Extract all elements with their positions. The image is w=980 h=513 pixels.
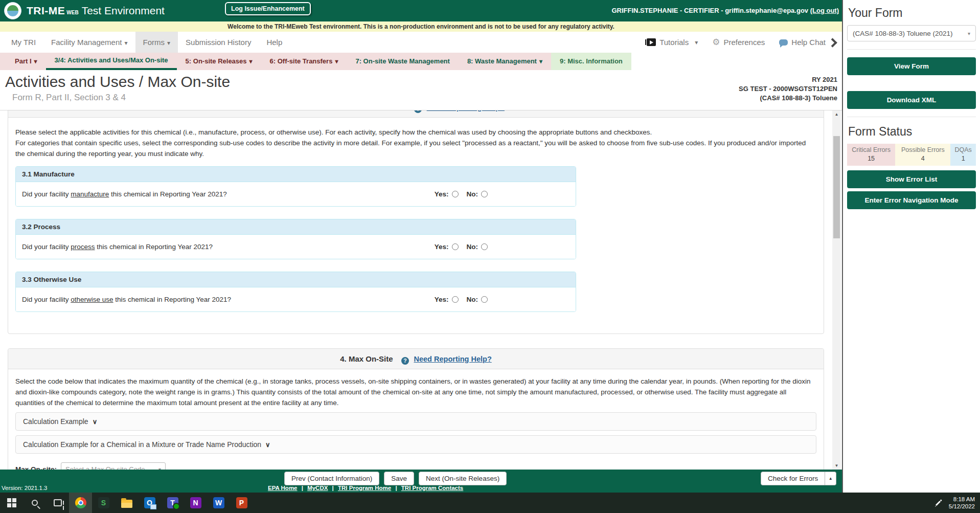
possible-errors-status: Possible Errors 4 bbox=[895, 144, 950, 166]
search-icon bbox=[32, 500, 38, 506]
tab-onsite-waste-management[interactable]: 7: On-site Waste Management bbox=[347, 53, 458, 70]
check-for-errors-split-button: Check for Errors ▲ bbox=[761, 472, 836, 485]
section-3-help-link[interactable]: Need Reporting Help? bbox=[427, 110, 505, 111]
onenote-taskbar-button[interactable]: N bbox=[184, 493, 207, 513]
nav-forms[interactable]: Forms bbox=[135, 32, 178, 53]
error-navigation-mode-button[interactable]: Enter Error Navigation Mode bbox=[847, 191, 976, 209]
manufacture-no-label: No: bbox=[467, 190, 478, 198]
epa-home-link[interactable]: EPA Home bbox=[268, 485, 298, 491]
preferences-label: Preferences bbox=[723, 38, 765, 47]
preferences-menu[interactable]: ⚙ Preferences bbox=[712, 38, 765, 47]
help-chat-menu[interactable]: Help Chat bbox=[779, 38, 826, 47]
next-button[interactable]: Next (On-site Releases) bbox=[419, 472, 507, 485]
form-scroll-region: 3. Activities and Uses ? Need Reporting … bbox=[0, 110, 842, 470]
form-status-title: Form Status bbox=[848, 125, 976, 139]
nav-facility-management[interactable]: Facility Management bbox=[43, 32, 135, 53]
mycdx-link[interactable]: MyCDX bbox=[307, 485, 328, 491]
section-3-instructions-2: For categories that contain specific use… bbox=[15, 138, 816, 159]
tab-part-1[interactable]: Part I bbox=[6, 53, 46, 70]
page-title: Activities and Uses / Max On-site bbox=[5, 73, 230, 91]
word-taskbar-button[interactable]: W bbox=[207, 493, 230, 513]
word-icon: W bbox=[213, 497, 224, 508]
tab-activities-uses-max-onsite[interactable]: 3/4: Activities and Uses/Max On-site bbox=[46, 53, 177, 70]
form-selector-dropdown[interactable]: (CAS# 108-88-3) Toluene (2021) ▾ bbox=[847, 25, 976, 41]
log-issue-button[interactable]: Log Issue/Enhancement bbox=[225, 2, 311, 15]
show-error-list-button[interactable]: Show Error List bbox=[847, 170, 976, 188]
snagit-taskbar-button[interactable]: S bbox=[92, 493, 115, 513]
view-form-button[interactable]: View Form bbox=[847, 57, 976, 75]
chevron-right-icon[interactable] bbox=[828, 38, 837, 47]
tutorials-menu[interactable]: Tutorials bbox=[647, 38, 698, 47]
tri-program-home-link[interactable]: TRI Program Home bbox=[338, 485, 391, 491]
process-panel-title: 3.2 Process bbox=[16, 219, 576, 235]
teams-taskbar-button[interactable]: T bbox=[161, 493, 184, 513]
chrome-taskbar-button[interactable] bbox=[69, 493, 92, 513]
process-no-radio[interactable] bbox=[481, 243, 488, 250]
brand-environment: Test Environment bbox=[82, 5, 165, 17]
outlook-taskbar-button[interactable]: O bbox=[138, 493, 161, 513]
clock-time: 8:18 AM bbox=[949, 496, 975, 503]
otherwise-use-yes-label: Yes: bbox=[435, 296, 449, 303]
file-explorer-button[interactable] bbox=[115, 493, 138, 513]
chrome-icon bbox=[75, 497, 86, 508]
logout-link[interactable]: (Log out) bbox=[810, 7, 839, 14]
otherwise-use-no-radio[interactable] bbox=[481, 296, 488, 303]
max-onsite-row: Max On-site: Select a Max On-site Code ▾ bbox=[15, 462, 816, 470]
taskbar-clock[interactable]: 8:18 AM 5/12/2022 bbox=[949, 496, 975, 510]
manufacture-yes-radio[interactable] bbox=[452, 191, 459, 197]
snagit-icon: S bbox=[98, 497, 109, 508]
prev-button[interactable]: Prev (Contact Information) bbox=[284, 472, 379, 485]
reporting-year-label: RY 2021 bbox=[739, 75, 837, 84]
manufacture-yes-label: Yes: bbox=[435, 190, 449, 198]
form-section-tabs: Part I 3/4: Activities and Uses/Max On-s… bbox=[0, 53, 842, 70]
tri-program-contacts-link[interactable]: TRI Program Contacts bbox=[401, 485, 463, 491]
download-xml-button[interactable]: Download XML bbox=[847, 91, 976, 109]
critical-errors-status: Critical Errors 15 bbox=[847, 144, 895, 166]
chat-bubble-icon bbox=[779, 39, 788, 46]
tab-onsite-releases[interactable]: 5: On-site Releases bbox=[177, 53, 261, 70]
taskbar-search-button[interactable] bbox=[23, 493, 46, 513]
link-separator: | bbox=[330, 485, 333, 491]
footer-nav-buttons: Prev (Contact Information) Save Next (On… bbox=[284, 472, 507, 485]
manufacture-no-radio[interactable] bbox=[481, 191, 488, 197]
scrollbar-thumb[interactable] bbox=[833, 136, 840, 238]
powerpoint-taskbar-button[interactable]: P bbox=[230, 493, 253, 513]
critical-errors-label: Critical Errors bbox=[847, 146, 895, 154]
save-button[interactable]: Save bbox=[384, 472, 414, 485]
help-question-icon: ? bbox=[414, 110, 422, 113]
your-form-title: Your Form bbox=[848, 6, 976, 20]
divider bbox=[847, 117, 976, 117]
task-view-button[interactable] bbox=[46, 493, 69, 513]
facility-label: SG TEST - 2000WSGTST12PEN bbox=[739, 84, 837, 94]
check-for-errors-menu-arrow[interactable]: ▲ bbox=[825, 472, 836, 485]
scroll-down-arrow[interactable]: ▼ bbox=[832, 462, 841, 470]
process-yes-radio[interactable] bbox=[452, 243, 459, 250]
otherwise-use-yes-radio[interactable] bbox=[452, 296, 459, 303]
tab-waste-management[interactable]: 8: Waste Management bbox=[459, 53, 551, 70]
process-no-label: No: bbox=[467, 243, 478, 251]
tab-offsite-transfers[interactable]: 6: Off-site Transfers bbox=[261, 53, 347, 70]
onenote-icon: N bbox=[190, 497, 201, 508]
section-4-help-link[interactable]: Need Reporting Help? bbox=[414, 355, 492, 363]
start-button[interactable] bbox=[0, 493, 23, 513]
chevron-down-icon: ∨ bbox=[265, 441, 270, 449]
otherwise-use-question: Did your facility otherwise use this che… bbox=[22, 296, 231, 303]
max-onsite-select[interactable]: Select a Max On-site Code ▾ bbox=[61, 462, 166, 470]
link-separator: | bbox=[394, 485, 397, 491]
nav-submission-history[interactable]: Submission History bbox=[178, 32, 259, 53]
check-for-errors-button[interactable]: Check for Errors bbox=[761, 472, 825, 485]
section-4-header: 4. Max On-Site ? Need Reporting Help? bbox=[8, 349, 824, 369]
nav-help[interactable]: Help bbox=[259, 32, 290, 53]
tab-misc-information[interactable]: 9: Misc. Information bbox=[551, 53, 631, 70]
gear-icon: ⚙ bbox=[712, 38, 720, 47]
pen-input-icon[interactable] bbox=[933, 498, 943, 507]
mixture-calculation-example-accordion[interactable]: Calculation Example for a Chemical in a … bbox=[15, 435, 816, 454]
nav-my-tri[interactable]: My TRI bbox=[0, 32, 43, 53]
calculation-example-accordion[interactable]: Calculation Example∨ bbox=[15, 412, 816, 431]
chevron-down-icon: ∨ bbox=[93, 418, 98, 426]
test-environment-banner: Welcome to the TRI-MEweb Test environmen… bbox=[0, 21, 842, 32]
scroll-up-arrow[interactable]: ▲ bbox=[832, 110, 841, 119]
form-selector-value: (CAS# 108-88-3) Toluene (2021) bbox=[853, 30, 953, 37]
video-icon bbox=[647, 38, 656, 46]
content-scrollbar[interactable]: ▲ ▼ bbox=[832, 110, 841, 470]
